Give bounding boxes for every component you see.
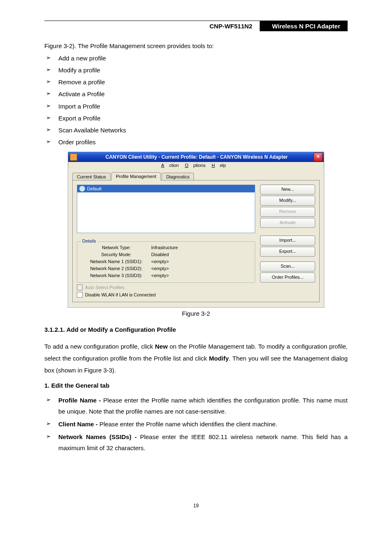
intro-text: Figure 3-2). The Profile Management scre…	[44, 40, 348, 52]
export-button[interactable]: Export...	[260, 247, 315, 257]
detail-key: Network Name 2 (SSID2):	[81, 265, 151, 272]
detail-val: Disabled	[151, 251, 169, 258]
tab-current-status[interactable]: Current Status	[72, 173, 111, 180]
bullet-label: Profile Name -	[58, 397, 103, 404]
detail-val: <empty>	[151, 265, 169, 272]
tools-item: Remove a profile	[58, 79, 105, 86]
tools-item: Activate a Profile	[58, 90, 105, 97]
bullet-label: Network Names (SSIDs) -	[58, 433, 140, 440]
bullet-icon: ➢	[46, 88, 51, 99]
tools-list: ➢Add a new profile ➢Modify a profile ➢Re…	[44, 52, 348, 148]
details-legend: Details	[81, 238, 98, 243]
bullet-icon: ➢	[46, 395, 51, 405]
new-button[interactable]: New...	[260, 185, 315, 194]
detail-key: Network Type:	[81, 244, 151, 251]
menu-help[interactable]: Help	[212, 163, 226, 168]
bullet-icon: ➢	[46, 52, 51, 63]
activate-button[interactable]: Activate	[260, 218, 315, 228]
paragraph: To add a new configuration profile, clic…	[44, 340, 348, 377]
menu-options[interactable]: Options	[185, 163, 205, 168]
bullet-text: Please enter the Profile name which iden…	[99, 421, 277, 428]
checkbox-icon	[77, 284, 83, 290]
numbered-heading: 1. Edit the General tab	[44, 382, 348, 389]
close-button[interactable]: ×	[314, 153, 323, 162]
tools-item: Order profiles	[58, 139, 96, 146]
app-window: CANYON Client Utility - Current Profile:…	[68, 152, 324, 308]
tab-profile-management[interactable]: Profile Management	[111, 172, 161, 180]
bullet-icon: ➢	[46, 112, 51, 123]
auto-select-label: Auto Select Profiles	[85, 285, 125, 290]
profile-item-default[interactable]: Default	[77, 185, 255, 192]
remove-button[interactable]: Remove	[260, 207, 315, 217]
bullet-icon: ➢	[46, 431, 51, 442]
window-title: CANYON Client Utility - Current Profile:…	[80, 154, 314, 160]
detail-key: Network Name 1 (SSID1):	[81, 258, 151, 265]
tools-item: Export a Profile	[58, 115, 101, 122]
bullet-icon: ➢	[46, 64, 51, 75]
bullet-icon: ➢	[46, 136, 51, 147]
menubar[interactable]: Action Options Help	[68, 162, 324, 169]
bullet-label: Client Name -	[58, 421, 99, 428]
import-button[interactable]: Import...	[260, 236, 315, 245]
detail-key: Security Mode:	[81, 251, 151, 258]
profile-item-label: Default	[87, 186, 101, 191]
tools-item: Add a new profile	[58, 55, 106, 62]
bullet-icon: ➢	[46, 100, 51, 111]
header-model: CNP-WF511N2	[202, 21, 260, 31]
order-profiles-button[interactable]: Order Profiles...	[260, 273, 315, 282]
bullet-icon: ➢	[46, 76, 51, 87]
figure-caption: Figure 3-2	[44, 310, 348, 317]
details-groupbox: Details Network Type:Infrastructure Secu…	[77, 241, 255, 283]
sub-bullet-list: ➢ Profile Name - Please enter the Profil…	[44, 395, 348, 453]
tools-item: Import a Profile	[58, 103, 100, 110]
detail-val: <empty>	[151, 272, 169, 279]
tabstrip: Current Status Profile Management Diagno…	[72, 171, 320, 180]
app-icon	[70, 153, 77, 161]
titlebar[interactable]: CANYON Client Utility - Current Profile:…	[68, 152, 324, 162]
bullet-icon: ➢	[46, 124, 51, 135]
tab-diagnostics[interactable]: Diagnostics	[161, 173, 194, 180]
page-header: CNP-WF511N2 Wireless N PCI Adapter	[44, 21, 348, 31]
modify-button[interactable]: Modify...	[260, 196, 315, 206]
detail-key: Network Name 3 (SSID3):	[81, 272, 151, 279]
section-heading: 3.1.2.1. Add or Modify a Configuration P…	[44, 326, 348, 333]
tools-item: Modify a profile	[58, 67, 100, 74]
checkbox-icon[interactable]	[77, 292, 83, 298]
close-icon: ×	[316, 153, 320, 160]
auto-select-checkbox: Auto Select Profiles	[77, 284, 255, 290]
header-product: Wireless N PCI Adapter	[260, 21, 348, 31]
disable-wlan-checkbox[interactable]: Disable WLAN if LAN is Connected	[77, 292, 255, 298]
scan-button[interactable]: Scan...	[260, 261, 315, 271]
tab-pane: Default New... Modify... Remove Activate	[72, 180, 320, 302]
disable-wlan-label: Disable WLAN if LAN is Connected	[85, 292, 156, 297]
profile-list[interactable]: Default	[77, 185, 255, 233]
bullet-icon: ➢	[46, 419, 51, 429]
detail-val: Infrastructure	[151, 244, 178, 251]
menu-action[interactable]: Action	[161, 163, 179, 168]
tools-item: Scan Available Networks	[58, 127, 126, 134]
detail-val: <empty>	[151, 258, 169, 265]
page-number: 19	[44, 503, 348, 509]
profile-icon	[79, 185, 85, 192]
